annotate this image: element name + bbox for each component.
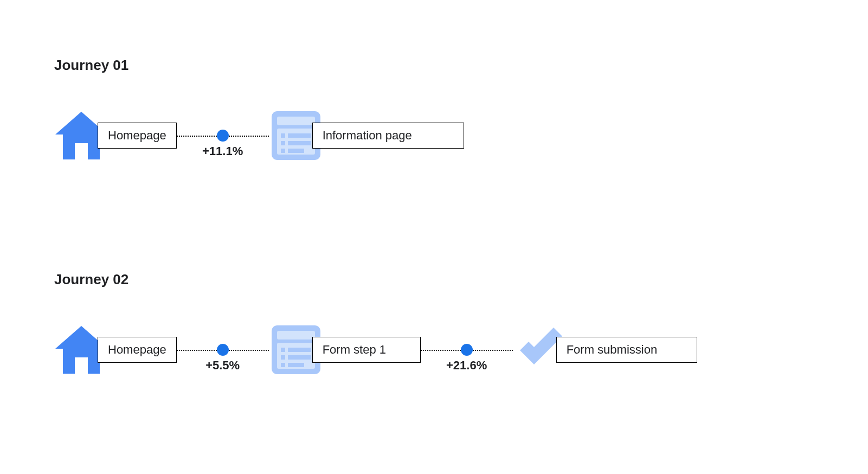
- step-label: Form submission: [556, 337, 697, 363]
- journey-connector: +5.5%: [177, 323, 269, 377]
- step-label: Information page: [312, 123, 464, 149]
- journey-title-2: Journey 02: [54, 271, 128, 288]
- journey-title-1: Journey 01: [54, 57, 128, 74]
- journey-connector: +11.1%: [177, 108, 269, 163]
- journey-row-2: Homepage +5.5% Form step 1 +21.6%: [54, 323, 697, 377]
- step-label: Homepage: [98, 123, 177, 149]
- connector-metric: +11.1%: [202, 144, 243, 158]
- journey-step: Information page: [269, 108, 464, 163]
- step-label: Homepage: [98, 337, 177, 363]
- connector-dot: [217, 344, 229, 356]
- journey-step: Homepage: [54, 323, 177, 377]
- journey-step: Homepage: [54, 108, 177, 163]
- connector-dot: [461, 344, 473, 356]
- connector-metric: +21.6%: [446, 358, 487, 373]
- step-label: Form step 1: [312, 337, 421, 363]
- connector-dot: [217, 130, 229, 142]
- journey-step: Form step 1: [269, 323, 421, 377]
- journey-step: Form submission: [513, 323, 697, 377]
- journey-connector: +21.6%: [421, 323, 513, 377]
- connector-metric: +5.5%: [205, 358, 240, 373]
- journey-row-1: Homepage +11.1% Information page: [54, 108, 464, 163]
